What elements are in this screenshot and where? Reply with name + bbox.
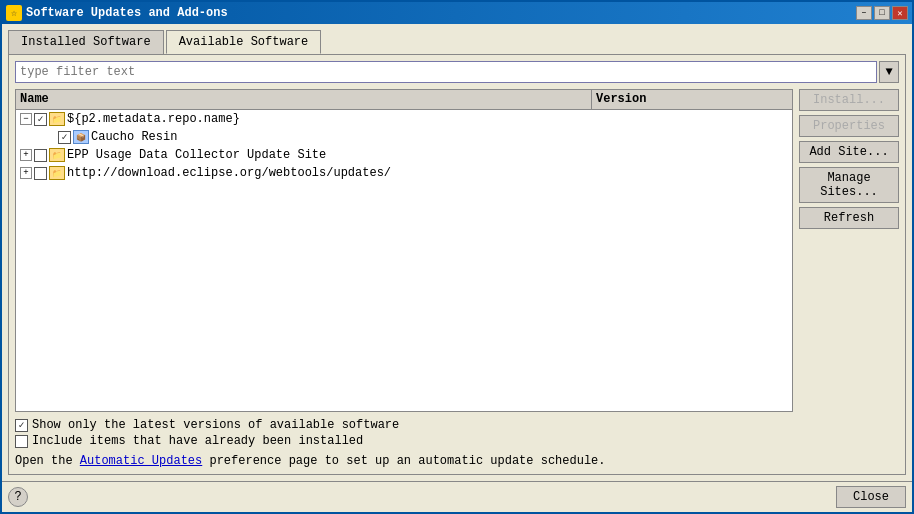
manage-sites-button[interactable]: Manage Sites... — [799, 167, 899, 203]
check-row-latest: Show only the latest versions of availab… — [15, 418, 899, 432]
dialog-content: Installed Software Available Software ▼ … — [2, 24, 912, 481]
latest-versions-label: Show only the latest versions of availab… — [32, 418, 399, 432]
tree-row[interactable]: + 📁 EPP Usage Data Collector Update Site — [16, 146, 792, 164]
col-name-header: Name — [16, 90, 592, 109]
filter-dropdown-button[interactable]: ▼ — [879, 61, 899, 83]
help-button[interactable]: ? — [8, 487, 28, 507]
latest-versions-checkbox[interactable] — [15, 419, 28, 432]
package-icon: 📦 — [73, 130, 89, 144]
dialog-footer: ? Close — [2, 481, 912, 512]
tab-bar: Installed Software Available Software — [8, 30, 906, 54]
main-window: ☆ Software Updates and Add-ons – □ ✕ Ins… — [0, 0, 914, 514]
node-label: http://download.eclipse.org/webtools/upd… — [67, 166, 391, 180]
tree-body: − 📁 ${p2.metadata.repo.name} 📦 Caucho Re… — [16, 110, 792, 411]
node-label: EPP Usage Data Collector Update Site — [67, 148, 326, 162]
window-icon: ☆ — [6, 5, 22, 21]
row-checkbox[interactable] — [58, 131, 71, 144]
repo-icon: 📁 — [49, 148, 65, 162]
tree-row[interactable]: + 📁 http://download.eclipse.org/webtools… — [16, 164, 792, 182]
minimize-button[interactable]: – — [856, 6, 872, 20]
check-row-installed: Include items that have already been ins… — [15, 434, 899, 448]
maximize-button[interactable]: □ — [874, 6, 890, 20]
add-site-button[interactable]: Add Site... — [799, 141, 899, 163]
link-prefix: Open the — [15, 454, 80, 468]
expand-button[interactable]: + — [20, 167, 32, 179]
node-label: Caucho Resin — [91, 130, 177, 144]
tree-panel: Name Version − 📁 ${p2.metadata.repo.name… — [15, 89, 793, 412]
tree-row[interactable]: − 📁 ${p2.metadata.repo.name} — [16, 110, 792, 128]
side-buttons-panel: Install... Properties Add Site... Manage… — [799, 89, 899, 412]
title-bar-buttons: – □ ✕ — [856, 6, 908, 20]
already-installed-label: Include items that have already been ins… — [32, 434, 363, 448]
col-version-header: Version — [592, 90, 792, 109]
node-label: ${p2.metadata.repo.name} — [67, 112, 240, 126]
content-area: Name Version − 📁 ${p2.metadata.repo.name… — [15, 89, 899, 412]
window-title: Software Updates and Add-ons — [26, 6, 856, 20]
repo-icon: 📁 — [49, 166, 65, 180]
filter-input[interactable] — [15, 61, 877, 83]
close-window-button[interactable]: ✕ — [892, 6, 908, 20]
properties-button[interactable]: Properties — [799, 115, 899, 137]
refresh-button[interactable]: Refresh — [799, 207, 899, 229]
filter-row: ▼ — [15, 61, 899, 83]
row-checkbox[interactable] — [34, 149, 47, 162]
close-button[interactable]: Close — [836, 486, 906, 508]
row-checkbox[interactable] — [34, 167, 47, 180]
install-button[interactable]: Install... — [799, 89, 899, 111]
expand-button[interactable]: − — [20, 113, 32, 125]
row-checkbox[interactable] — [34, 113, 47, 126]
automatic-updates-link[interactable]: Automatic Updates — [80, 454, 202, 468]
bottom-checkboxes: Show only the latest versions of availab… — [15, 418, 899, 448]
bottom-link-row: Open the Automatic Updates preference pa… — [15, 454, 899, 468]
expand-button[interactable]: + — [20, 149, 32, 161]
link-suffix: preference page to set up an automatic u… — [202, 454, 605, 468]
title-bar: ☆ Software Updates and Add-ons – □ ✕ — [2, 2, 912, 24]
main-panel: ▼ Name Version − 📁 — [8, 54, 906, 475]
tree-header: Name Version — [16, 90, 792, 110]
tab-available-software[interactable]: Available Software — [166, 30, 322, 54]
repo-icon: 📁 — [49, 112, 65, 126]
tab-installed-software[interactable]: Installed Software — [8, 30, 164, 54]
tree-row[interactable]: 📦 Caucho Resin — [16, 128, 792, 146]
already-installed-checkbox[interactable] — [15, 435, 28, 448]
